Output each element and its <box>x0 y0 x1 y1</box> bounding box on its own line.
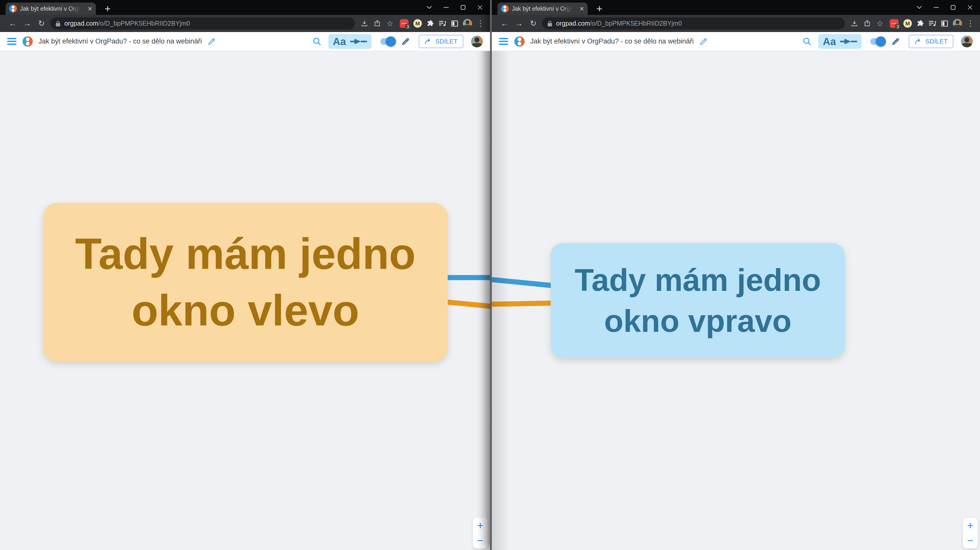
edge-orange[interactable] <box>492 301 552 307</box>
tab-title: Jak být efektivní v OrgPadu? - co se děl… <box>512 5 574 12</box>
maximize-icon[interactable] <box>455 0 471 15</box>
edit-title-pencil-icon[interactable] <box>208 37 216 46</box>
tab-strip: Jak být efektivní v OrgPadu? - co se děl… <box>0 0 490 15</box>
page-url: orgpad.com/o/D_bpPMPK5EHbRIID2BYjm0 <box>64 20 190 27</box>
orgpad-logo[interactable] <box>22 36 33 47</box>
connection-style-icon[interactable] <box>350 37 367 46</box>
zoom-in-button[interactable]: + <box>473 520 488 531</box>
reader-mode-icon[interactable] <box>941 20 948 27</box>
url-field[interactable]: orgpad.com/o/D_bpPMPK5EHbRIID2BYjm0 <box>50 17 355 29</box>
style-toolbar-box[interactable]: Aa <box>328 34 372 49</box>
edit-title-pencil-icon[interactable] <box>699 37 708 46</box>
style-toolbar-box[interactable]: Aa <box>818 34 862 49</box>
edge-orange[interactable] <box>447 300 490 309</box>
browser-profile-avatar[interactable] <box>463 19 472 28</box>
playlist-icon[interactable] <box>929 20 936 27</box>
connection-style-icon[interactable] <box>840 37 857 46</box>
extensions-puzzle-icon[interactable] <box>917 20 924 27</box>
extension-badge: 3 <box>405 24 410 30</box>
text-style-icon[interactable]: Aa <box>823 36 836 47</box>
menu-hamburger-icon[interactable] <box>7 38 16 45</box>
playlist-icon[interactable] <box>439 20 446 27</box>
minimize-icon[interactable] <box>438 0 455 15</box>
tab-close-icon[interactable]: × <box>88 5 92 13</box>
page-url: orgpad.com/o/D_bpPMPK5EHbRIID2BYjm0 <box>556 20 682 27</box>
text-style-icon[interactable]: Aa <box>333 36 346 47</box>
share-icon[interactable] <box>864 20 871 27</box>
share-button[interactable]: SDÍLET <box>909 35 953 48</box>
share-arrow-icon <box>915 38 922 45</box>
node-bubble[interactable]: Tady mám jedno okno vlevo <box>43 203 448 361</box>
zoom-out-button[interactable]: − <box>473 535 488 546</box>
orgpad-toolbar: Jak být efektivní v OrgPadu? - co se děl… <box>492 32 980 51</box>
download-icon[interactable] <box>361 20 368 27</box>
download-icon[interactable] <box>851 20 858 27</box>
user-avatar[interactable] <box>471 36 483 48</box>
search-icon[interactable] <box>802 37 811 46</box>
maximize-icon[interactable] <box>945 0 961 15</box>
browser-menu-icon[interactable]: ⋮ <box>476 19 484 28</box>
edit-pencil-icon[interactable] <box>891 37 900 46</box>
bookmark-star-icon[interactable]: ☆ <box>387 19 393 28</box>
back-icon[interactable]: ← <box>498 19 512 28</box>
browser-tab[interactable]: Jak být efektivní v OrgPadu? - co se děl… <box>498 3 588 15</box>
browser-tab[interactable]: Jak být efektivní v OrgPadu? - co se děl… <box>6 3 96 15</box>
edit-mode-toggle[interactable] <box>870 38 885 45</box>
extension-monogram-icon[interactable]: M <box>904 19 912 28</box>
document-title: Jak být efektivní v OrgPadu? - co se děl… <box>530 37 694 45</box>
bubble-text-line2: okno vlevo <box>132 282 359 339</box>
extension-red-icon[interactable]: ••• 3 <box>890 19 899 28</box>
extension-red-icon[interactable]: ••• 3 <box>400 19 409 28</box>
edge-blue[interactable] <box>492 277 553 288</box>
bubble-text-line1: Tady mám jedno <box>75 225 416 282</box>
back-icon[interactable]: ← <box>6 19 20 28</box>
browser-menu-icon[interactable]: ⋮ <box>966 19 974 28</box>
search-tabs-chevron-icon[interactable] <box>911 0 928 15</box>
url-field[interactable]: orgpad.com/o/D_bpPMPK5EHbRIID2BYjm0 <box>542 17 845 29</box>
edit-pencil-icon[interactable] <box>401 37 410 46</box>
browser-window: Jak být efektivní v OrgPadu? - co se děl… <box>490 0 980 550</box>
user-avatar[interactable] <box>961 36 973 48</box>
edge-blue[interactable] <box>448 275 490 280</box>
reload-icon[interactable]: ↻ <box>34 19 49 28</box>
browser-profile-avatar[interactable] <box>953 19 962 28</box>
browser-window: Jak být efektivní v OrgPadu? - co se děl… <box>0 0 490 550</box>
share-button[interactable]: SDÍLET <box>419 35 463 48</box>
orgpad-logo[interactable] <box>514 36 525 47</box>
share-arrow-icon <box>425 38 432 45</box>
extensions-puzzle-icon[interactable] <box>427 20 434 27</box>
extension-monogram-icon[interactable]: M <box>414 19 422 28</box>
minimize-icon[interactable] <box>928 0 945 15</box>
orgpad-canvas[interactable]: Tady mám jedno okno vlevo + − <box>0 51 490 550</box>
window-controls <box>911 0 978 15</box>
edit-mode-toggle[interactable] <box>380 38 395 45</box>
window-controls <box>421 0 488 15</box>
search-icon[interactable] <box>312 37 321 46</box>
node-bubble[interactable]: Tady mám jedno okno vpravo <box>551 243 845 358</box>
zoom-out-button[interactable]: − <box>963 535 978 546</box>
share-icon[interactable] <box>374 20 381 27</box>
close-window-icon[interactable] <box>961 0 978 15</box>
lock-icon <box>56 20 61 27</box>
lock-icon <box>547 20 552 27</box>
zoom-in-button[interactable]: + <box>963 520 978 531</box>
reload-icon[interactable]: ↻ <box>526 19 541 28</box>
document-title: Jak být efektivní v OrgPadu? - co se děl… <box>38 37 202 45</box>
bubble-text-line2: okno vpravo <box>604 301 791 342</box>
orgpad-canvas[interactable]: Tady mám jedno okno vpravo + − <box>492 51 980 550</box>
new-tab-button[interactable]: + <box>102 3 113 14</box>
search-tabs-chevron-icon[interactable] <box>421 0 438 15</box>
forward-icon[interactable]: → <box>20 19 34 28</box>
orgpad-favicon <box>9 5 17 13</box>
close-window-icon[interactable] <box>471 0 488 15</box>
bookmark-star-icon[interactable]: ☆ <box>877 19 883 28</box>
zoom-controls: + − <box>473 518 488 548</box>
tab-title: Jak být efektivní v OrgPadu? - co se děl… <box>20 5 82 12</box>
new-tab-button[interactable]: + <box>594 3 605 14</box>
reader-mode-icon[interactable] <box>451 20 458 27</box>
tab-close-icon[interactable]: × <box>579 5 584 13</box>
extension-badge: 3 <box>895 24 900 30</box>
extensions-group: ••• 3 M <box>400 19 472 28</box>
forward-icon[interactable]: → <box>512 19 526 28</box>
menu-hamburger-icon[interactable] <box>499 38 508 45</box>
